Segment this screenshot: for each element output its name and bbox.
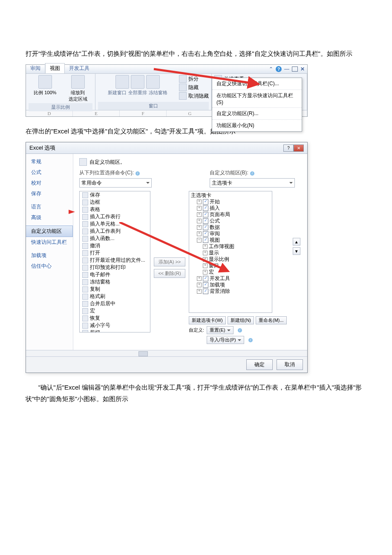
tab-view[interactable]: 视图 <box>45 63 65 73</box>
command-list-item[interactable]: 打开最近使用过的文件... <box>80 257 150 264</box>
ribbon-tree[interactable]: 主选项卡 +✓开始 +✓插入 +✓页面布局 +✓公式 +✓数据 +✓审阅 −✓视… <box>189 191 272 313</box>
expand-icon[interactable]: + <box>203 251 208 255</box>
command-list-item[interactable]: 撤消 <box>80 242 150 249</box>
ok-button[interactable]: 确定 <box>246 359 273 370</box>
instruction-paragraph-1: 打开"学生成绩评估"工作表，切换到"视图"的菜单栏中，右击右上角空白处，选择"自… <box>26 48 366 59</box>
minimize-window-icon[interactable]: — <box>284 66 289 72</box>
checkbox-review[interactable]: ✓ <box>203 231 208 237</box>
dialog-footer: 确定 取消 <box>26 356 307 373</box>
zoom-icon[interactable] <box>38 75 52 89</box>
nav-customize-ribbon[interactable]: 自定义功能区 <box>26 225 73 237</box>
checkbox-formulas[interactable]: ✓ <box>203 218 208 224</box>
command-list-item[interactable]: 打开 <box>80 249 150 257</box>
command-list-item[interactable]: 宏 <box>80 307 150 315</box>
nav-trust-center[interactable]: 信任中心 <box>26 261 73 272</box>
command-list-item[interactable]: 边框 <box>80 199 150 206</box>
expand-icon[interactable]: + <box>203 244 208 249</box>
command-icon <box>82 257 88 263</box>
command-list-item[interactable]: 插入工作表行 <box>80 213 150 220</box>
expand-icon[interactable]: + <box>197 289 202 294</box>
cancel-button[interactable]: 取消 <box>277 359 303 370</box>
chevron-down-icon <box>227 330 231 331</box>
unhide-icon[interactable] <box>179 92 187 100</box>
nav-advanced[interactable]: 高级 <box>26 212 73 223</box>
tab-review[interactable]: 审阅 <box>26 64 45 73</box>
menu-show-qat-below[interactable]: 在功能区下方显示快速访问工具栏(S) <box>212 90 302 108</box>
checkbox-home[interactable]: ✓ <box>203 199 208 205</box>
command-listbox[interactable]: 保存边框表格插入工作表行插入单元格...插入工作表列插入函数...撤消打开打开最… <box>79 191 150 332</box>
move-down-button[interactable]: ▼ <box>293 247 300 255</box>
command-list-item[interactable]: 插入工作表列 <box>80 228 150 235</box>
command-list-item[interactable]: 保存 <box>80 191 150 199</box>
close-window-icon[interactable]: ✕ <box>300 66 305 72</box>
expand-icon[interactable]: + <box>197 225 202 230</box>
expand-icon[interactable]: + <box>197 212 202 217</box>
dialog-titlebar: Excel 选项 ? ✕ <box>26 142 307 154</box>
new-group-button[interactable]: 新建组(N) <box>228 316 254 324</box>
menu-customize-ribbon[interactable]: 自定义功能区(R)... <box>212 108 302 120</box>
new-tab-button[interactable]: 新建选项卡(W) <box>189 316 226 324</box>
expand-icon[interactable]: + <box>203 257 208 262</box>
customize-ribbon-select[interactable]: 主选项卡 <box>210 178 295 188</box>
import-export-button[interactable]: 导入/导出(P) <box>207 336 244 344</box>
choose-commands-from-select[interactable]: 常用命令 <box>79 178 152 188</box>
command-label: 恢复 <box>90 315 100 321</box>
checkbox-bg-remove[interactable]: ✓ <box>203 289 208 294</box>
restore-window-icon[interactable] <box>292 66 298 72</box>
command-icon <box>82 221 88 227</box>
command-list-item[interactable]: 剪切 <box>80 329 150 332</box>
help-icon[interactable]: ? <box>276 66 282 72</box>
command-list-item[interactable]: 冻结窗格 <box>80 278 150 286</box>
tab-developer[interactable]: 开发工具 <box>65 64 94 73</box>
expand-icon[interactable]: + <box>197 199 202 204</box>
arrange-all-icon[interactable] <box>131 75 144 89</box>
horizontal-scrollbar[interactable] <box>26 350 307 356</box>
expand-icon[interactable]: + <box>197 231 202 236</box>
menu-minimize-ribbon[interactable]: 功能区最小化(N) <box>212 120 302 131</box>
nav-proofing[interactable]: 校对 <box>26 178 73 188</box>
checkbox-developer[interactable]: ✓ <box>203 276 208 281</box>
command-icon <box>82 214 88 220</box>
panel-heading-text: 自定义功能区。 <box>89 159 125 166</box>
nav-language[interactable]: 语言 <box>26 202 73 212</box>
command-list-item[interactable]: 恢复 <box>80 315 150 322</box>
nav-formulas[interactable]: 公式 <box>26 167 73 178</box>
command-icon <box>82 243 88 249</box>
nav-addins[interactable]: 加载项 <box>26 250 73 261</box>
dialog-close-button[interactable]: ✕ <box>294 145 304 152</box>
reset-button[interactable]: 重置(E) <box>207 326 233 334</box>
minimize-ribbon-icon[interactable]: ⌃ <box>269 66 273 72</box>
command-list-item[interactable]: 电子邮件 <box>80 271 150 278</box>
command-list-item[interactable]: 打印预览和打印 <box>80 264 150 271</box>
command-list-item[interactable]: 插入函数... <box>80 235 150 242</box>
expand-icon[interactable]: + <box>203 270 208 275</box>
checkbox-insert[interactable]: ✓ <box>203 205 208 211</box>
command-list-item[interactable]: 复制 <box>80 286 150 293</box>
checkbox-page-layout[interactable]: ✓ <box>203 212 208 217</box>
rename-button[interactable]: 重命名(M)... <box>256 316 287 324</box>
nav-general[interactable]: 常规 <box>26 156 73 167</box>
collapse-icon[interactable]: − <box>197 238 202 243</box>
expand-icon[interactable]: + <box>197 206 202 211</box>
add-button[interactable]: 添加(A) >> <box>154 257 185 266</box>
nav-qat[interactable]: 快速访问工具栏 <box>26 237 73 248</box>
checkbox-view[interactable]: ✓ <box>203 237 208 243</box>
checkbox-addins[interactable]: ✓ <box>203 282 208 288</box>
nav-save[interactable]: 保存 <box>26 188 73 199</box>
move-up-button[interactable]: ▲ <box>293 238 300 246</box>
expand-icon[interactable]: + <box>197 276 202 281</box>
command-list-item[interactable]: 合并后居中 <box>80 300 150 307</box>
expand-icon[interactable]: + <box>203 263 208 268</box>
remove-button[interactable]: << 删除(R) <box>154 269 185 278</box>
scrollbar-thumb[interactable] <box>138 351 148 356</box>
command-list-item[interactable]: 格式刷 <box>80 293 150 300</box>
command-list-item[interactable]: 插入单元格... <box>80 220 150 228</box>
zoom-to-selection-icon[interactable] <box>71 75 85 89</box>
dialog-help-button[interactable]: ? <box>283 145 294 152</box>
command-list-item[interactable]: 表格 <box>80 206 150 213</box>
new-window-icon[interactable] <box>115 75 129 89</box>
expand-icon[interactable]: + <box>197 219 202 223</box>
expand-icon[interactable]: + <box>197 283 202 287</box>
command-list-item[interactable]: 减小字号 <box>80 322 150 329</box>
checkbox-data[interactable]: ✓ <box>203 225 208 230</box>
